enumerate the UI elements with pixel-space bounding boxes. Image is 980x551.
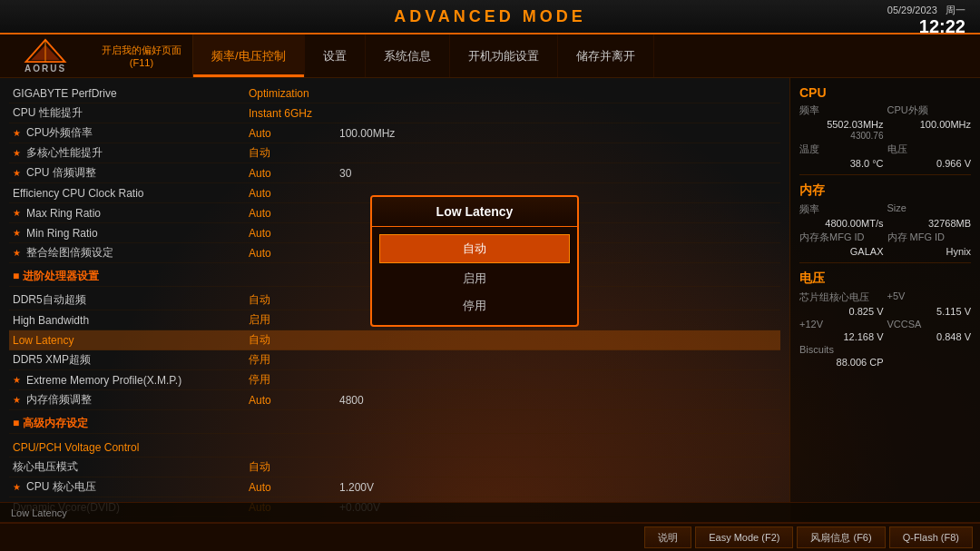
5v-value: 5.115 V [887,306,972,317]
cpu-volt-label: 电压 [887,143,972,156]
nav-bar: AORUS 开启我的偏好页面 (F11) 频率/电压控制 设置 系统信息 开机功… [0,34,980,78]
dropdown-option-enable[interactable]: 启用 [372,265,577,292]
time-display: 12:22 [887,17,965,35]
bottom-bar: 说明 Easy Mode (F2) 风扇信息 (F6) Q-Flash (F8) [0,522,980,551]
setting-name: ★CPU 核心电压 [13,479,249,495]
chip-volt-value: 0.825 V [799,306,884,317]
mem-section-title: 内存 [799,182,971,199]
fav-button[interactable]: 开启我的偏好页面 (F11) [91,34,193,77]
btn-easy-mode[interactable]: Easy Mode (F2) [695,526,793,548]
mem-size-value: 32768MB [887,218,972,229]
cpu-freq-value: 5502.03MHz 4300.76 [799,119,884,141]
row-xmp-ext[interactable]: ★Extreme Memory Profile(X.M.P.) 停用 [9,370,780,390]
header-bar: ADVANCED MODE 05/29/2023 周一 12:22 [0,0,980,34]
mem-mfg2-value: Hynix [887,246,972,257]
row-perfdrv[interactable]: GIGABYTE PerfDrive Optimization [9,84,780,103]
cpu-ext-freq-value: 100.00MHz [887,119,972,141]
vccsa-label: VCCSA [887,319,972,330]
aorus-logo-icon [23,38,68,64]
row-low-latency[interactable]: Low Latency 自动 [9,330,780,350]
row-cpu-ext[interactable]: ★CPU外频倍率 Auto100.00MHz [9,123,780,143]
setting-name: Efficiency CPU Clock Ratio [13,187,249,200]
setting-name: High Bandwidth [13,314,249,327]
setting-name: ★多核心性能提升 [13,145,249,161]
chip-volt-label: 芯片组核心电压 [799,290,884,304]
setting-name: 核心电压模式 [13,459,249,475]
tab-sysinfo[interactable]: 系统信息 [366,34,450,77]
12v-label: +12V [799,319,884,330]
btn-qflash[interactable]: Q-Flash (F8) [889,526,973,548]
5v-label: +5V [887,290,972,304]
row-cpu-ratio[interactable]: ★CPU 倍频调整 Auto30 [9,163,780,183]
dropdown-options: 自动 启用 停用 [372,227,577,325]
mem-freq-value: 4800.00MT/s [799,218,884,229]
setting-name: ★整合绘图倍频设定 [13,245,249,261]
page-title: ADVANCED MODE [394,7,586,26]
setting-name: ★Max Ring Ratio [13,207,249,220]
mem-mfg-label: 内存条MFG ID [799,231,884,244]
cpu-temp-value: 38.0 °C [799,158,884,169]
status-bottom-bar: Low Latency [0,502,980,522]
aorus-logo-area: AORUS [0,34,91,77]
setting-name: ★Extreme Memory Profile(X.M.P.) [13,374,249,387]
dropdown-option-disable[interactable]: 停用 [372,292,577,320]
tab-save[interactable]: 储存并离开 [558,34,654,77]
setting-name-volt: CPU/PCH Voltage Control [13,441,249,454]
dropdown-title: Low Latency [372,197,577,227]
info-panel: CPU 频率 CPU外频 5502.03MHz 4300.76 100.00MH… [789,78,980,522]
setting-name: GIGABYTE PerfDrive [13,87,249,100]
btn-fan-info[interactable]: 风扇信息 (F6) [797,526,885,548]
cpu-info-grid: 频率 CPU外频 5502.03MHz 4300.76 100.00MHz 温度… [799,103,971,169]
mem-mfg2-label: 内存 MFG ID [887,231,972,244]
setting-name: CPU 性能提升 [13,105,249,121]
aorus-text: AORUS [24,64,66,74]
tab-freq[interactable]: 频率/电压控制 [193,34,305,77]
btn-explain[interactable]: 说明 [644,526,691,548]
row-perf[interactable]: CPU 性能提升 Instant 6GHz [9,103,780,123]
row-mem-ratio[interactable]: ★内存倍频调整 Auto4800 [9,390,780,410]
setting-name: ★CPU外频倍率 [13,125,249,141]
setting-name: ★内存倍频调整 [13,392,249,408]
mem-info-grid: 频率 Size 4800.00MT/s 32768MB 内存条MFG ID 内存… [799,202,971,257]
cpu-section-title: CPU [799,85,971,100]
cpu-temp-label: 温度 [799,143,884,156]
cpu-freq-label: 频率 [799,103,884,117]
row-multicore[interactable]: ★多核心性能提升 自动 [9,143,780,163]
tab-boot[interactable]: 开机功能设置 [450,34,558,77]
row-volt-ctrl-header: CPU/PCH Voltage Control [9,438,780,458]
row-vcore-mode[interactable]: 核心电压模式 自动 [9,458,780,477]
tab-settings[interactable]: 设置 [305,34,366,77]
setting-name: ★Min Ring Ratio [13,227,249,240]
nav-tabs: 频率/电压控制 设置 系统信息 开机功能设置 储存并离开 [193,34,980,77]
volt-info-grid: 芯片组核心电压 +5V 0.825 V 5.115 V +12V VCCSA 1… [799,290,971,368]
row-cpu-vcore[interactable]: ★CPU 核心电压 Auto1.200V [9,477,780,497]
cpu-volt-value: 0.966 V [887,158,972,169]
vccsa-value: 0.848 V [887,331,972,342]
biscuits-value: 88.006 CP [799,357,884,368]
divider-2 [799,262,971,263]
dropdown-option-auto[interactable]: 自动 [379,234,570,263]
mem-mfg-value: GALAX [799,246,884,257]
mem-size-label: Size [887,202,972,216]
volt-section-title: 电压 [799,271,971,287]
datetime-display: 05/29/2023 周一 12:22 [887,4,965,35]
12v-value: 12.168 V [799,331,884,342]
setting-name: DDR5自动超频 [13,292,249,308]
low-latency-dropdown[interactable]: Low Latency 自动 启用 停用 [370,195,579,327]
section-mem-advanced: ■ 高级内存设定 [9,414,780,434]
cpu-ext-freq-label: CPU外频 [887,103,972,117]
divider-1 [799,174,971,175]
setting-name: ★CPU 倍频调整 [13,165,249,181]
setting-name: Low Latency [13,334,249,347]
row-xmp[interactable]: DDR5 XMP超频 停用 [9,350,780,370]
setting-name: DDR5 XMP超频 [13,352,249,368]
biscuits-label: Biscuits [799,344,884,355]
date-display: 05/29/2023 周一 [887,4,965,17]
mem-freq-label: 频率 [799,202,884,216]
status-text: Low Latency [11,507,67,518]
